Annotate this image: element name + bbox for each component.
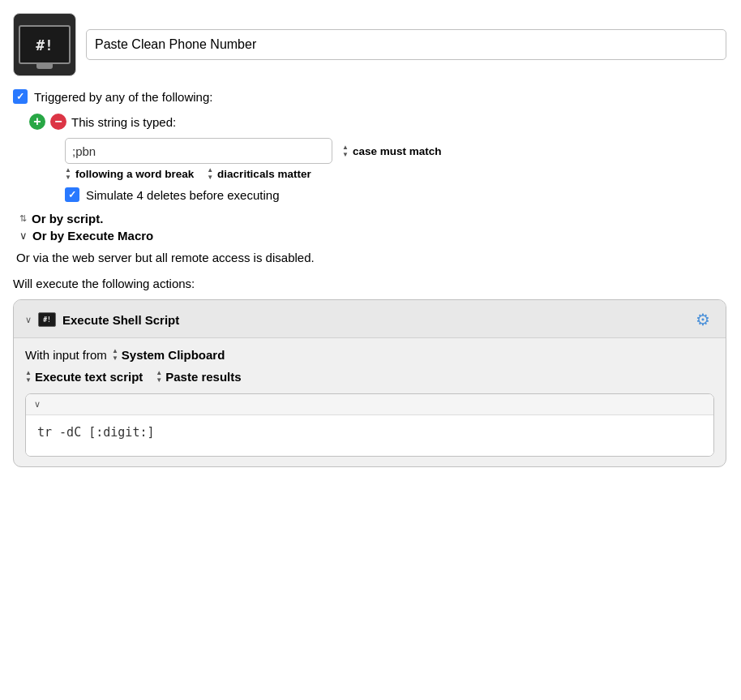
paste-results-stepper[interactable]: ▲ ▼ Paste results [156, 370, 241, 384]
diacriticals-matter-option[interactable]: ▲ ▼ diacriticals matter [207, 167, 311, 181]
case-must-match-option[interactable]: ▲ ▼ case must match [342, 144, 441, 158]
following-word-break-option[interactable]: ▲ ▼ following a word break [65, 167, 194, 181]
diacriticals-matter-label: diacriticals matter [217, 168, 311, 180]
script-collapse-chevron[interactable]: ∨ [34, 399, 41, 410]
macro-title-input[interactable] [86, 29, 726, 60]
script-card-header: ∨ [26, 394, 713, 415]
action-collapse-chevron[interactable]: ∨ [25, 315, 32, 325]
simulate-row: ✓ Simulate 4 deletes before executing [65, 187, 726, 202]
action-header-left: ∨ #! Execute Shell Script [25, 312, 179, 327]
execute-stepper-arrows: ▲ ▼ [25, 370, 32, 384]
or-by-execute-label: Or by Execute Macro [32, 229, 153, 243]
simulate-checkbox[interactable]: ✓ [65, 187, 79, 202]
will-execute-section: Will execute the following actions: [13, 277, 726, 291]
action-title: Execute Shell Script [62, 313, 179, 327]
simulate-checkmark: ✓ [68, 189, 76, 200]
system-clipboard-stepper[interactable]: ▲ ▼ System Clipboard [112, 348, 225, 362]
trigger-string-input[interactable] [65, 138, 332, 164]
word-break-stepper-arrows: ▲ ▼ [65, 167, 71, 181]
header-row: #! [13, 13, 726, 76]
action-icon: #! [38, 312, 56, 327]
action-gear-button[interactable]: ⚙ [692, 308, 714, 331]
macro-icon: #! [13, 13, 76, 76]
triggered-label: Triggered by any of the following: [34, 90, 212, 104]
execute-text-script-label: Execute text script [35, 370, 143, 384]
string-typed-label: This string is typed: [71, 115, 176, 129]
case-must-match-label: case must match [353, 145, 442, 157]
action-card-header: ∨ #! Execute Shell Script ⚙ [14, 300, 726, 338]
gear-unicode: ⚙ [696, 310, 710, 329]
following-word-break-label: following a word break [75, 168, 194, 180]
execute-chevron-icon: ∨ [19, 230, 28, 242]
string-field-row: ▲ ▼ case must match [65, 138, 726, 164]
or-by-execute-row[interactable]: ∨ Or by Execute Macro [19, 229, 726, 243]
main-container: #! ✓ Triggered by any of the following: … [13, 13, 726, 467]
paste-results-label: Paste results [165, 370, 241, 384]
trigger-string-row: + − This string is typed: [29, 114, 726, 130]
or-by-script-label: Or by script. [32, 212, 103, 225]
will-execute-label: Will execute the following actions: [13, 277, 195, 290]
script-stepper-icon: ⇅ [19, 213, 27, 224]
execute-text-script-stepper[interactable]: ▲ ▼ Execute text script [25, 370, 143, 384]
triggered-checkbox[interactable]: ✓ [13, 89, 28, 104]
triggered-checkbox-row: ✓ Triggered by any of the following: [13, 89, 726, 104]
case-stepper-arrows: ▲ ▼ [342, 144, 349, 158]
action-hashbang-icon: #! [43, 316, 51, 324]
input-from-row: With input from ▲ ▼ System Clipboard [25, 348, 714, 362]
string-input-area: ▲ ▼ case must match ▲ ▼ following a word… [65, 138, 726, 202]
script-card: ∨ tr -dC [:digit:] [25, 393, 714, 457]
webserver-row: Or via the web server but all remote acc… [16, 251, 726, 265]
execute-row: ▲ ▼ Execute text script ▲ ▼ Paste result… [25, 370, 714, 384]
paste-stepper-arrows: ▲ ▼ [156, 370, 162, 384]
remove-trigger-button[interactable]: − [50, 114, 66, 130]
action-card-body: With input from ▲ ▼ System Clipboard ▲ ▼… [14, 338, 726, 466]
script-content[interactable]: tr -dC [:digit:] [26, 415, 713, 456]
webserver-text: Or via the web server but all remote acc… [16, 251, 315, 264]
trigger-section: + − This string is typed: ▲ ▼ case must … [29, 114, 726, 202]
input-from-prefix: With input from [25, 348, 107, 362]
simulate-label: Simulate 4 deletes before executing [86, 188, 279, 202]
macro-monitor: #! [19, 25, 71, 64]
or-by-script-row[interactable]: ⇅ Or by script. [19, 212, 726, 225]
action-card: ∨ #! Execute Shell Script ⚙ [13, 299, 726, 467]
diacriticals-stepper-arrows: ▲ ▼ [207, 167, 213, 181]
system-clipboard-label: System Clipboard [122, 348, 225, 362]
add-trigger-button[interactable]: + [29, 114, 45, 130]
clipboard-stepper-arrows: ▲ ▼ [112, 348, 118, 362]
macro-icon-hashbang: #! [36, 37, 54, 54]
checkmark-icon: ✓ [16, 91, 24, 102]
